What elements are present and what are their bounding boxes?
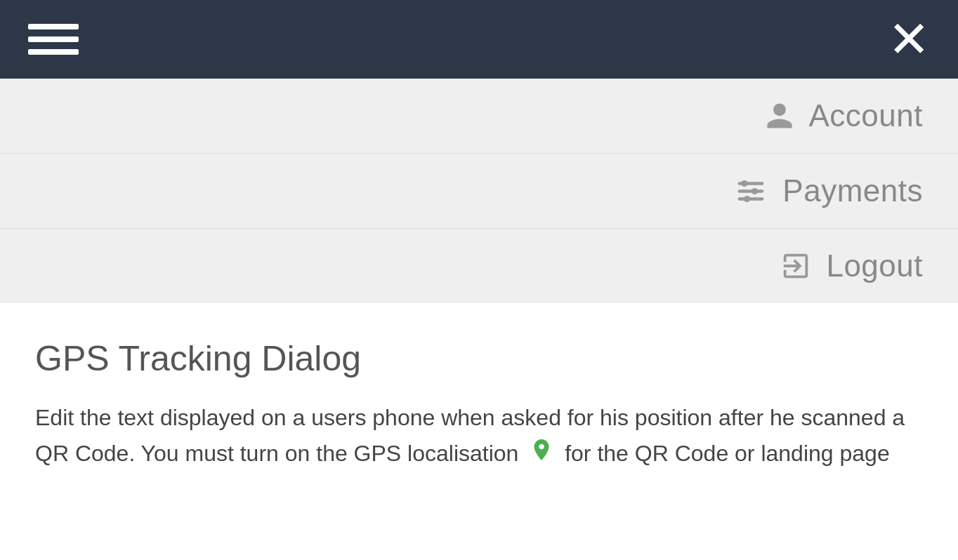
menu-section: Account Payments Logout (0, 79, 958, 303)
svg-point-3 (742, 180, 748, 187)
sliders-icon (733, 175, 768, 206)
close-button[interactable]: ✕ (888, 14, 930, 65)
logout-label: Logout (826, 248, 923, 284)
gps-pin-icon (529, 437, 554, 473)
menu-item-account[interactable]: Account (0, 79, 958, 154)
logout-icon (780, 250, 812, 282)
content-area: GPS Tracking Dialog Edit the text displa… (0, 303, 958, 501)
person-icon (764, 100, 795, 131)
navbar: ✕ (0, 0, 958, 79)
account-label: Account (809, 98, 923, 133)
payments-label: Payments (782, 173, 923, 208)
svg-rect-2 (738, 197, 764, 201)
menu-item-logout[interactable]: Logout (0, 229, 958, 303)
svg-point-5 (744, 196, 750, 202)
description-text-part2: for the QR Code or landing page (565, 441, 890, 466)
page-description: Edit the text displayed on a users phone… (35, 400, 923, 473)
hamburger-menu-button[interactable] (28, 24, 79, 55)
page-title: GPS Tracking Dialog (35, 338, 923, 379)
svg-point-4 (752, 188, 758, 194)
svg-rect-1 (738, 189, 764, 193)
menu-item-payments[interactable]: Payments (0, 154, 958, 229)
